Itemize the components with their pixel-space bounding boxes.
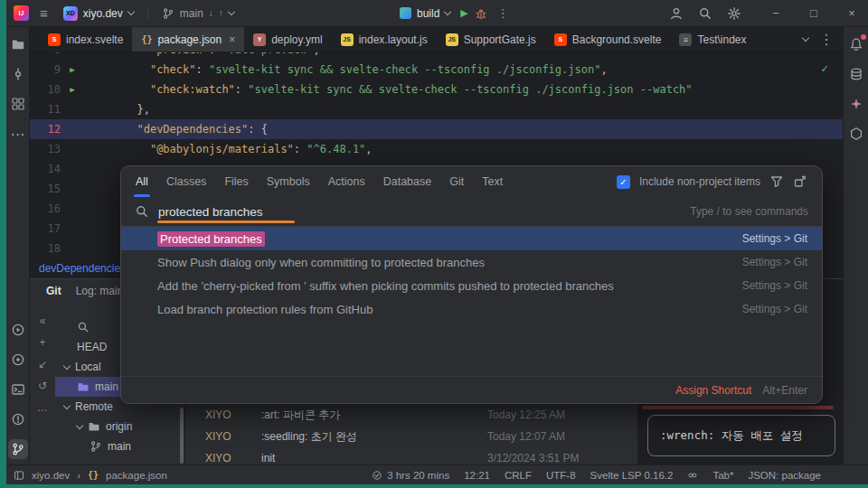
editor-tab-package-json[interactable]: {}package.json× <box>132 27 244 52</box>
editor-tab-index-svelte[interactable]: Sindex.svelte <box>39 27 132 52</box>
popup-tab-all[interactable]: All <box>136 166 148 197</box>
popup-tab-database[interactable]: Database <box>383 166 432 197</box>
status-project[interactable]: xiyo.dev <box>32 470 70 481</box>
collapse-all-icon[interactable]: « <box>40 315 46 326</box>
line-number[interactable]: 14 <box>30 159 61 179</box>
popup-search-row[interactable]: protected branches Type / to see command… <box>121 197 822 227</box>
line-ending-widget[interactable]: CRLF <box>505 470 532 481</box>
assign-shortcut-link[interactable]: Assign Shortcut <box>675 384 751 397</box>
line-number[interactable]: 18 <box>30 239 61 258</box>
more-icon[interactable]: … <box>37 402 48 413</box>
pull-icon[interactable]: ↙ <box>38 359 47 370</box>
terminal-tool-icon[interactable] <box>8 380 28 399</box>
refresh-icon[interactable]: ↺ <box>38 380 47 391</box>
search-result-row[interactable]: Show Push dialog only when committing to… <box>121 250 822 274</box>
editor-tab-background-svelte[interactable]: SBackground.svelte <box>545 27 671 52</box>
popup-tab-symbols[interactable]: Symbols <box>267 166 310 197</box>
commit-message-box[interactable]: :wrench: 자동 배포 설정 <box>647 415 835 456</box>
expand-chevron-icon[interactable] <box>76 421 83 428</box>
non-project-checkbox[interactable]: ✓ <box>617 175 630 189</box>
breadcrumb-item[interactable]: devDependencies <box>39 262 126 275</box>
search-everywhere-icon[interactable] <box>698 6 712 21</box>
add-branch-icon[interactable]: + <box>39 337 45 348</box>
git-tool-icon[interactable] <box>8 439 28 459</box>
git-panel-tab-git[interactable]: Git <box>46 285 61 297</box>
more-tools-icon[interactable]: ⋯ <box>8 124 28 144</box>
popup-tab-classes[interactable]: Classes <box>166 166 206 197</box>
search-result-row[interactable]: Load branch protection rules from GitHub… <box>121 297 822 321</box>
close-button[interactable]: × <box>835 0 868 27</box>
line-number[interactable]: 15 <box>30 179 61 199</box>
file-type-widget[interactable]: JSON: package <box>748 470 821 481</box>
expand-chevron-icon[interactable] <box>63 361 71 369</box>
hidden-tabs-chevron-icon[interactable] <box>802 34 809 42</box>
commit-row[interactable]: XIYO:art: 파비콘 추가Today 12:25 AM <box>185 404 637 426</box>
branch-widget[interactable]: main ↓ ↑ <box>157 3 239 24</box>
commit-row[interactable]: XIYO:seedling: 초기 완성Today 12:07 AM <box>185 426 637 447</box>
build-tool-icon[interactable] <box>846 124 866 144</box>
editor-tab-test-index[interactable]: ≡Test\index <box>670 27 755 52</box>
popup-tab-files[interactable]: Files <box>224 166 248 197</box>
search-query[interactable]: protected branches <box>158 205 263 219</box>
settings-gear-icon[interactable] <box>727 6 741 21</box>
lsp-widget[interactable]: Svelte LSP 0.16.2 <box>590 470 674 481</box>
user-account-icon[interactable] <box>669 6 684 21</box>
line-number[interactable]: 8 <box>30 52 61 60</box>
inspections-ok-icon[interactable]: ✓ <box>821 61 828 75</box>
indent-widget[interactable]: Tab* <box>712 470 733 481</box>
more-actions-icon[interactable]: ⋮ <box>494 6 513 20</box>
database-tool-icon[interactable] <box>846 64 866 84</box>
tool-windows-icon[interactable] <box>14 470 24 481</box>
commit-tool-icon[interactable] <box>8 64 28 84</box>
run-script-icon[interactable]: ▶ <box>70 60 74 80</box>
project-tool-icon[interactable] <box>8 34 28 54</box>
clock-widget[interactable]: 12:21 <box>464 470 490 481</box>
run-tool-icon[interactable] <box>8 320 28 340</box>
structure-tool-icon[interactable] <box>8 94 28 114</box>
popup-tab-actions[interactable]: Actions <box>328 166 365 197</box>
services-tool-icon[interactable] <box>8 350 28 370</box>
run-config-widget[interactable]: build <box>395 3 455 24</box>
main-menu-icon[interactable]: ≡ <box>34 5 53 21</box>
branch-tree-row-origin[interactable]: origin <box>55 417 184 436</box>
tab-close-icon[interactable]: × <box>229 33 235 46</box>
project-widget[interactable]: XD xiyo.dev <box>59 3 138 24</box>
line-number[interactable]: 16 <box>30 199 61 219</box>
line-number[interactable]: 11 <box>30 99 61 119</box>
run-script-icon[interactable]: ▶ <box>70 80 74 99</box>
ai-assistant-icon[interactable] <box>846 94 866 114</box>
git-panel-tab-log[interactable]: Log: main <box>76 285 124 297</box>
tab-label: Test\index <box>697 33 746 46</box>
line-number[interactable]: 12 <box>30 119 61 139</box>
notifications-bell-icon[interactable] <box>846 34 866 54</box>
status-file[interactable]: package.json <box>106 470 167 481</box>
open-in-find-window-icon[interactable] <box>793 174 807 189</box>
filter-icon[interactable] <box>769 174 784 189</box>
problems-tool-icon[interactable] <box>8 409 28 429</box>
line-number[interactable]: 9 <box>30 60 61 80</box>
debug-button[interactable] <box>474 6 488 21</box>
encoding-widget[interactable]: UTF-8 <box>546 470 576 481</box>
line-number[interactable]: 13 <box>30 139 61 159</box>
branch-tree-row-main[interactable]: main <box>55 436 184 456</box>
editor-tab-supportgate-js[interactable]: JSSupportGate.js <box>437 27 545 52</box>
scrollbar-thumb[interactable] <box>180 408 184 464</box>
time-tracker-widget[interactable]: 3 hrs 20 mins <box>372 470 449 481</box>
maximize-button[interactable]: □ <box>797 0 830 27</box>
commit-row[interactable]: XIYOinit3/12/2024 3:51 PM <box>185 447 637 469</box>
line-number[interactable]: 10 <box>30 80 61 99</box>
expand-chevron-icon[interactable] <box>63 401 71 408</box>
search-result-row[interactable]: Protected branchesSettings > Git <box>121 227 822 250</box>
editor-tab-index-layout-js[interactable]: JSindex.layout.js <box>332 27 437 52</box>
editor-tab-deploy-yml[interactable]: Ydeploy.yml <box>244 27 331 52</box>
horizontal-scrollbar[interactable] <box>642 406 834 409</box>
search-result-row[interactable]: Add the 'cherry-picked from ' suffix whe… <box>121 274 822 297</box>
popup-tab-git[interactable]: Git <box>449 166 464 197</box>
popup-tab-text[interactable]: Text <box>482 166 503 197</box>
line-number[interactable]: 17 <box>30 219 61 239</box>
tab-label: package.json <box>157 33 222 46</box>
run-button[interactable]: ▶ <box>460 7 467 19</box>
minimize-button[interactable]: − <box>760 0 792 27</box>
tab-options-icon[interactable]: ⋮ <box>819 31 834 48</box>
link-icon[interactable] <box>687 470 698 481</box>
